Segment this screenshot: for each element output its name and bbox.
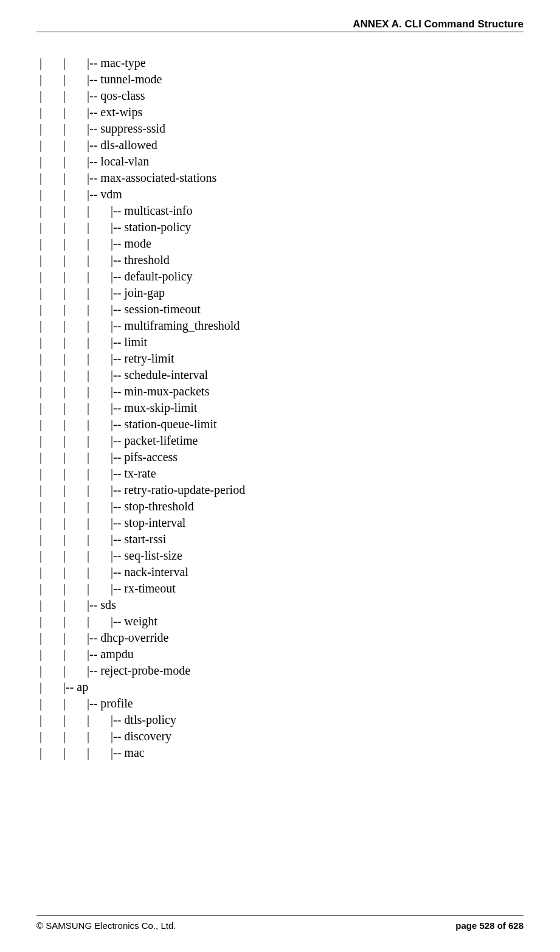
tree-line: | | |-- qos-class <box>40 88 524 104</box>
page-header-title: ANNEX A. CLI Command Structure <box>353 18 524 30</box>
tree-line: | | |-- ext-wips <box>40 104 524 120</box>
tree-line: | | | |-- mode <box>40 235 524 252</box>
tree-line: | | |-- sds <box>40 597 524 613</box>
tree-line: | | |-- vdm <box>40 186 524 203</box>
tree-line: | | |-- suppress-ssid <box>40 120 524 137</box>
tree-line: | | |-- dls-allowed <box>40 137 524 153</box>
tree-line: | | | |-- multicast-info <box>40 203 524 219</box>
tree-line: | | | |-- stop-interval <box>40 515 524 531</box>
tree-line: | | | |-- retry-ratio-update-period <box>40 482 524 498</box>
footer-page-number: page 528 of 628 <box>455 920 524 931</box>
tree-line: | | |-- dhcp-override <box>40 630 524 646</box>
tree-line: | | | |-- multiframing_threshold <box>40 318 524 334</box>
tree-line: | | |-- local-vlan <box>40 153 524 170</box>
tree-line: | | | |-- rx-timeout <box>40 580 524 597</box>
tree-line: | | | |-- pifs-access <box>40 449 524 465</box>
tree-line: | |-- ap <box>40 679 524 695</box>
header-rule <box>36 32 524 32</box>
tree-line: | | | |-- mux-skip-limit <box>40 400 524 416</box>
tree-line: | | | |-- discovery <box>40 728 524 745</box>
tree-line: | | | |-- dtls-policy <box>40 712 524 728</box>
footer-rule <box>36 915 524 916</box>
cli-tree-content: | | |-- mac-type| | |-- tunnel-mode| | |… <box>40 55 524 761</box>
tree-line: | | |-- max-associated-stations <box>40 170 524 186</box>
tree-line: | | | |-- weight <box>40 613 524 630</box>
tree-line: | | | |-- stop-threshold <box>40 498 524 515</box>
tree-line: | | | |-- seq-list-size <box>40 547 524 564</box>
tree-line: | | | |-- default-policy <box>40 268 524 285</box>
tree-line: | | | |-- mac <box>40 745 524 761</box>
tree-line: | | | |-- packet-lifetime <box>40 433 524 449</box>
tree-line: | | | |-- tx-rate <box>40 465 524 482</box>
tree-line: | | | |-- nack-interval <box>40 564 524 580</box>
footer-copyright: © SAMSUNG Electronics Co., Ltd. <box>36 920 176 931</box>
tree-line: | | | |-- session-timeout <box>40 301 524 318</box>
tree-line: | | |-- reject-probe-mode <box>40 662 524 679</box>
tree-line: | | | |-- schedule-interval <box>40 367 524 383</box>
tree-line: | | | |-- min-mux-packets <box>40 383 524 400</box>
tree-line: | | |-- profile <box>40 695 524 712</box>
tree-line: | | | |-- station-queue-limit <box>40 416 524 433</box>
tree-line: | | |-- ampdu <box>40 646 524 662</box>
tree-line: | | | |-- start-rssi <box>40 531 524 547</box>
tree-line: | | |-- mac-type <box>40 55 524 71</box>
tree-line: | | | |-- limit <box>40 334 524 350</box>
tree-line: | | | |-- station-policy <box>40 219 524 235</box>
tree-line: | | |-- tunnel-mode <box>40 71 524 88</box>
tree-line: | | | |-- retry-limit <box>40 350 524 367</box>
tree-line: | | | |-- join-gap <box>40 285 524 301</box>
tree-line: | | | |-- threshold <box>40 252 524 268</box>
